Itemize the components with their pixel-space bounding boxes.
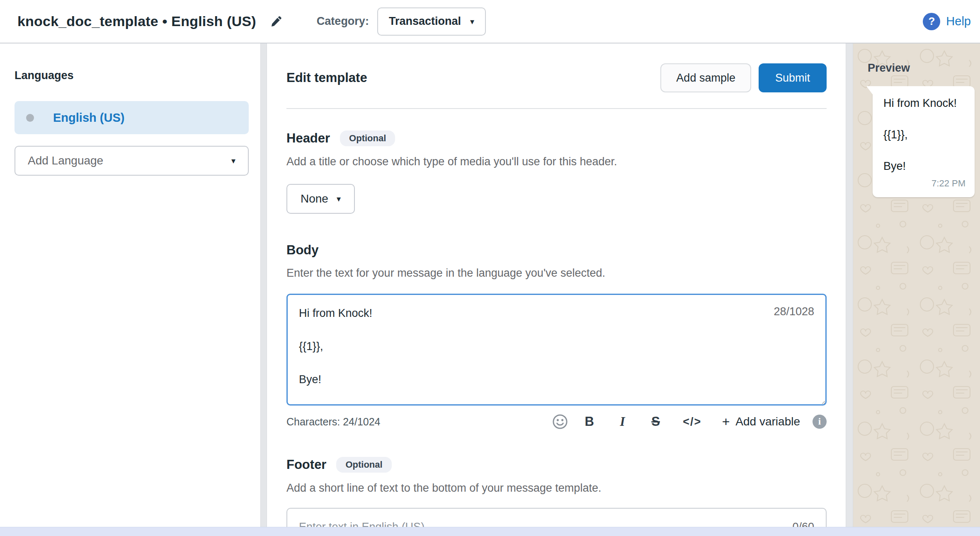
whatsapp-template-editor: knock_doc_template • English (US) Catego… — [0, 0, 980, 536]
add-sample-button[interactable]: Add sample — [660, 63, 751, 92]
sidebar-main-divider[interactable] — [260, 43, 267, 527]
chevron-down-icon: ▾ — [337, 195, 341, 203]
template-title: knock_doc_template • English (US) — [17, 13, 256, 29]
bubble-timestamp: 7:22 PM — [931, 178, 965, 189]
category-dropdown[interactable]: Transactional ▾ — [377, 7, 486, 36]
add-language-dropdown[interactable]: Add Language ▾ — [15, 146, 249, 176]
info-icon[interactable]: i — [813, 415, 827, 429]
body-section-title: Body — [286, 243, 319, 258]
footer-text-input[interactable] — [286, 508, 827, 527]
edit-title-button[interactable] — [267, 12, 285, 31]
plus-icon: + — [722, 415, 730, 428]
emoji-button[interactable] — [547, 413, 573, 430]
sidebar-item-english-us[interactable]: English (US) — [15, 101, 249, 134]
add-language-placeholder: Add Language — [28, 154, 103, 167]
help-icon: ? — [923, 13, 940, 30]
optional-badge: Optional — [336, 457, 391, 473]
category-label: Category: — [317, 15, 369, 28]
edit-template-heading: Edit template — [286, 70, 367, 85]
code-button[interactable]: </> — [672, 415, 712, 428]
bubble-tail — [866, 86, 873, 94]
header-type-value: None — [301, 192, 328, 205]
body-section-description: Enter the text for your message in the l… — [286, 267, 827, 280]
language-label: English (US) — [53, 111, 124, 125]
pencil-icon — [269, 14, 283, 29]
top-bar: knock_doc_template • English (US) Catego… — [0, 0, 980, 43]
languages-heading: Languages — [15, 69, 249, 82]
chevron-down-icon: ▾ — [470, 17, 474, 26]
header-divider — [286, 108, 827, 109]
preview-heading: Preview — [868, 62, 974, 75]
bubble-text: Hi from Knock! {{1}}, Bye! — [883, 95, 965, 174]
footer-section-title: Footer — [286, 457, 326, 472]
header-type-dropdown[interactable]: None ▾ — [286, 184, 355, 214]
header-section-description: Add a title or choose which type of medi… — [286, 155, 827, 168]
body-text-input[interactable]: Hi from Knock! {{1}}, Bye! — [286, 294, 827, 406]
chevron-down-icon: ▾ — [231, 157, 235, 165]
submit-button[interactable]: Submit — [759, 63, 827, 92]
body-character-counter: 28/1028 — [774, 305, 814, 318]
smiley-icon — [551, 413, 569, 430]
add-variable-button[interactable]: + Add variable — [722, 415, 800, 428]
content-row: Languages English (US) Add Language ▾ Ed… — [0, 43, 980, 527]
main-preview-divider[interactable] — [846, 43, 853, 527]
body-section: Body Enter the text for your message in … — [286, 243, 827, 430]
bottom-scroll-strip[interactable] — [0, 527, 980, 536]
header-section-title: Header — [286, 131, 330, 146]
footer-section: Footer Optional Add a short line of text… — [286, 457, 827, 527]
characters-count-label: Characters: 24/1024 — [286, 416, 381, 428]
category-value: Transactional — [389, 15, 461, 28]
preview-panel: Preview Hi from Knock! {{1}}, Bye! 7:22 … — [853, 43, 980, 527]
italic-button[interactable]: I — [606, 414, 639, 429]
header-section: Header Optional Add a title or choose wh… — [286, 130, 827, 214]
body-toolbar: Characters: 24/1024 — [286, 413, 827, 430]
language-status-dot — [26, 114, 34, 122]
message-bubble: Hi from Knock! {{1}}, Bye! 7:22 PM — [873, 86, 975, 197]
help-link[interactable]: Help — [946, 14, 971, 28]
edit-template-panel: Edit template Add sample Submit Header O… — [267, 43, 846, 527]
footer-character-counter: 0/60 — [792, 521, 814, 527]
strikethrough-button[interactable]: S — [639, 414, 672, 429]
languages-sidebar: Languages English (US) Add Language ▾ — [0, 43, 260, 527]
optional-badge: Optional — [340, 130, 395, 146]
footer-section-description: Add a short line of text to the bottom o… — [286, 482, 827, 495]
bold-button[interactable]: B — [573, 414, 606, 429]
